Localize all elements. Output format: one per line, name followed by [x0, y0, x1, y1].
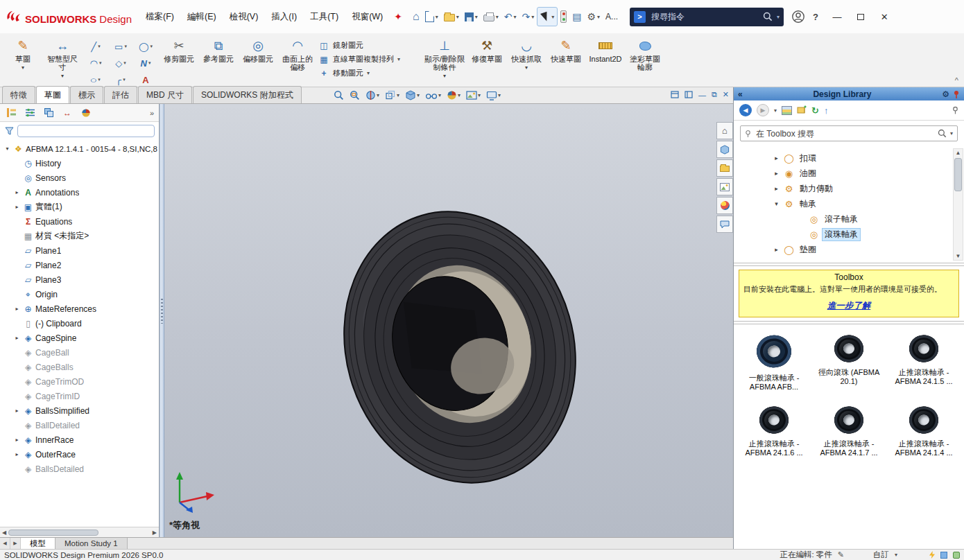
- toolbox-search-icon[interactable]: [938, 129, 947, 138]
- menu-window[interactable]: 視窗(W): [345, 7, 389, 27]
- tree-item[interactable]: ⌖Origin: [2, 287, 159, 301]
- redo-button[interactable]: ↷ ▾: [519, 7, 537, 26]
- spline-caret-icon[interactable]: ▾: [148, 60, 151, 66]
- apps-button[interactable]: A...: [603, 7, 621, 26]
- section-caret-icon[interactable]: ▾: [377, 92, 379, 98]
- graphics-viewport[interactable]: *等角視: [164, 104, 733, 537]
- tray-icon[interactable]: [940, 552, 947, 559]
- library-item[interactable]: 止推滾珠軸承 - AFBMA 24.1.4 ...: [886, 405, 961, 457]
- hide-show-caret-icon[interactable]: ▾: [438, 92, 441, 98]
- polygon-tool-button[interactable]: ◇▾: [108, 55, 133, 71]
- configuration-manager-tab[interactable]: [42, 107, 55, 119]
- tab-markup[interactable]: 標示: [70, 86, 103, 103]
- expand-icon[interactable]: ▸: [773, 185, 780, 192]
- menu-insert[interactable]: 插入(I): [265, 7, 303, 27]
- tree-item[interactable]: ▱Plane3: [2, 272, 159, 287]
- open-button[interactable]: ▾: [441, 7, 462, 26]
- toolbox-tree-item[interactable]: ▸◯扣環: [734, 150, 953, 166]
- autohide-pin-icon[interactable]: [952, 106, 958, 114]
- file-properties-button[interactable]: ▤: [569, 7, 584, 26]
- display-delete-relations-button[interactable]: ⊥ 顯示/刪除限制條件 ▾: [423, 35, 466, 85]
- panel-tabs-overflow-icon[interactable]: »: [150, 109, 154, 117]
- line-tool-button[interactable]: ╱▾: [83, 38, 108, 55]
- circle-tool-button[interactable]: ◯▾: [133, 38, 158, 55]
- tab-mbd-dimensions[interactable]: MBD 尺寸: [138, 86, 192, 103]
- tree-item[interactable]: ◈CageTrimOD: [2, 374, 159, 389]
- tab-features[interactable]: 特徵: [2, 86, 35, 103]
- add-file-location-icon[interactable]: [797, 105, 807, 115]
- print-caret-icon[interactable]: ▾: [496, 14, 499, 20]
- spline-tool-button[interactable]: N▾: [133, 55, 158, 71]
- hide-show-items-button[interactable]: ▾: [423, 90, 443, 101]
- convert-entities-button[interactable]: ⧉ 參考圖元: [200, 35, 237, 85]
- expand-icon[interactable]: ▸: [773, 155, 780, 161]
- resources-icon[interactable]: ✦: [394, 11, 402, 22]
- expand-icon[interactable]: ▸: [13, 204, 21, 210]
- tab-scroll-right-icon[interactable]: ▶: [10, 538, 21, 549]
- line-caret-icon[interactable]: ▾: [98, 44, 101, 49]
- collapse-icon[interactable]: ▾: [773, 200, 780, 207]
- toolbox-search-box[interactable]: ▾: [740, 125, 958, 141]
- trim-entities-button[interactable]: ✂ 修剪圖元: [160, 35, 198, 85]
- motion-study-tab[interactable]: Motion Study 1: [55, 538, 128, 549]
- scroll-right-icon[interactable]: ▶: [153, 530, 157, 536]
- expand-icon[interactable]: ▸: [13, 189, 21, 195]
- float-pane-icon[interactable]: [685, 91, 693, 98]
- tab-scroll-left-icon[interactable]: ◀: [0, 538, 10, 549]
- scrollbar-thumb[interactable]: [8, 530, 98, 536]
- scroll-left-icon[interactable]: ◀: [2, 530, 6, 536]
- library-item[interactable]: 一般滾珠軸承 - AFBMA AFB...: [737, 334, 811, 392]
- toolbox-tree-item[interactable]: ▾⚙軸承: [734, 196, 953, 211]
- bearing-model[interactable]: [328, 198, 592, 496]
- tree-item[interactable]: ◈BallDetailed: [2, 418, 159, 432]
- expand-icon[interactable]: ▸: [13, 408, 21, 414]
- tree-item[interactable]: ▸◈BallsSimplified: [2, 403, 159, 418]
- toolbox-tree-item[interactable]: ◎滾子軸承: [734, 211, 953, 227]
- quick-snaps-caret-icon[interactable]: ▾: [525, 64, 528, 72]
- linear-pattern-button[interactable]: ▦ 直線草圖複製排列 ▾: [318, 54, 421, 64]
- tree-item[interactable]: ▱Plane1: [2, 243, 159, 258]
- apply-scene-button[interactable]: ▾: [464, 89, 483, 101]
- refresh-icon[interactable]: ↻: [811, 106, 819, 115]
- pane-options-gear-icon[interactable]: ⚙: [942, 89, 949, 99]
- tab-sketch[interactable]: 草圖: [36, 86, 69, 103]
- instant2d-button[interactable]: Instant2D: [587, 35, 624, 85]
- minimize-button[interactable]: —: [826, 6, 848, 27]
- rebuild-button[interactable]: [558, 7, 569, 26]
- search-caret-icon[interactable]: ▾: [777, 14, 780, 20]
- undo-caret-icon[interactable]: ▾: [513, 14, 516, 20]
- menu-file[interactable]: 檔案(F): [139, 7, 180, 27]
- expand-icon[interactable]: ▸: [13, 335, 21, 341]
- file-explorer-tab[interactable]: [716, 159, 733, 177]
- performance-icon[interactable]: [929, 551, 935, 559]
- polygon-caret-icon[interactable]: ▾: [123, 60, 126, 66]
- save-button[interactable]: ▾: [462, 7, 481, 26]
- offset-on-surface-button[interactable]: ◠ 曲面上的偏移: [279, 35, 316, 85]
- library-item[interactable]: 止推滾珠軸承 - AFBMA 24.1.7 ...: [811, 405, 886, 457]
- circle-caret-icon[interactable]: ▾: [150, 44, 153, 49]
- tree-item[interactable]: ◈CageBall: [2, 345, 159, 360]
- tree-item[interactable]: ▸⊕MateReferences: [2, 301, 159, 316]
- display-style-button[interactable]: ▾: [403, 89, 422, 102]
- arc-tool-button[interactable]: ◠▾: [83, 55, 108, 71]
- tab-add-ins[interactable]: SOLIDWORKS 附加程式: [193, 86, 302, 103]
- help-button[interactable]: ?: [807, 6, 825, 27]
- section-view-button[interactable]: ▾: [363, 89, 381, 102]
- home-button[interactable]: ⌂: [410, 7, 422, 26]
- options-button[interactable]: ⚙ ▾: [584, 7, 603, 26]
- forum-tab[interactable]: [716, 216, 733, 233]
- panel-splitter[interactable]: [160, 104, 164, 537]
- dock-pane-icon[interactable]: [671, 91, 679, 98]
- account-icon[interactable]: [791, 10, 805, 24]
- tree-item[interactable]: ▸◈InnerRace: [2, 432, 159, 447]
- print-button[interactable]: ▾: [481, 7, 501, 26]
- design-library-tab[interactable]: [716, 141, 733, 158]
- toolbox-tree-scrollbar[interactable]: ▲ ▼: [953, 148, 963, 261]
- save-caret-icon[interactable]: ▾: [475, 14, 478, 20]
- command-search-box[interactable]: > ▾: [630, 8, 784, 26]
- doc-restore-button[interactable]: ⧉: [712, 90, 717, 99]
- tree-item[interactable]: ▸◈OuterRace: [2, 447, 159, 462]
- rapid-sketch-button[interactable]: ✎ 快速草圖: [547, 35, 585, 85]
- repair-sketch-button[interactable]: ⚒ 修復草圖: [468, 35, 506, 85]
- view-orientation-button[interactable]: ▾: [383, 89, 402, 102]
